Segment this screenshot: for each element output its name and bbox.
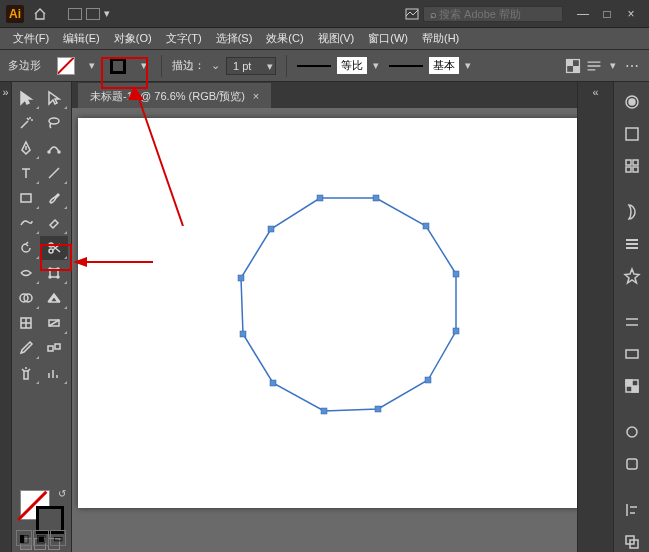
libraries-panel-icon[interactable] bbox=[616, 152, 648, 180]
transparency-panel-icon[interactable] bbox=[616, 372, 648, 400]
magic-wand-tool[interactable] bbox=[12, 111, 40, 135]
shape-name: 多边形 bbox=[8, 58, 47, 73]
help-search[interactable]: ⌕ bbox=[423, 6, 563, 22]
fill-dropdown[interactable]: ▾ bbox=[85, 59, 99, 72]
polygon-shape[interactable] bbox=[205, 198, 465, 460]
no-fill-icon bbox=[57, 57, 75, 75]
document-tab[interactable]: 未标题-1* @ 76.6% (RGB/预览) × bbox=[78, 83, 271, 108]
svg-rect-25 bbox=[24, 371, 28, 379]
home-icon[interactable] bbox=[30, 4, 50, 24]
document-tab-title: 未标题-1* @ 76.6% (RGB/预览) bbox=[90, 89, 245, 104]
window-minimize[interactable]: — bbox=[571, 4, 595, 24]
svg-rect-36 bbox=[240, 331, 246, 337]
menu-type[interactable]: 文字(T) bbox=[159, 31, 209, 46]
toolbox: ↺ ◧▣▭ bbox=[12, 82, 72, 552]
workspace-switcher[interactable]: ▾ bbox=[68, 7, 110, 20]
svg-point-17 bbox=[49, 276, 51, 278]
svg-rect-23 bbox=[48, 346, 53, 351]
stock-icon[interactable] bbox=[403, 5, 421, 23]
width-tool[interactable] bbox=[12, 261, 40, 285]
svg-rect-29 bbox=[423, 223, 429, 229]
paintbrush-tool[interactable] bbox=[40, 186, 68, 210]
shape-builder-tool[interactable] bbox=[12, 286, 40, 310]
gradient-tool[interactable] bbox=[40, 311, 68, 335]
opacity-icon[interactable] bbox=[564, 57, 582, 75]
window-close[interactable]: × bbox=[619, 4, 643, 24]
properties-panel-icon[interactable] bbox=[616, 88, 648, 116]
perspective-grid-tool[interactable] bbox=[40, 286, 68, 310]
gradient-panel-icon[interactable] bbox=[616, 340, 648, 368]
swap-fill-stroke-icon[interactable]: ↺ bbox=[58, 488, 66, 499]
svg-point-9 bbox=[48, 151, 50, 153]
transform-panel-icon[interactable] bbox=[616, 528, 648, 552]
svg-point-12 bbox=[49, 243, 53, 247]
help-search-input[interactable] bbox=[439, 8, 577, 20]
symbols-panel-icon[interactable] bbox=[616, 262, 648, 290]
swatches-panel-icon[interactable] bbox=[616, 198, 648, 226]
menu-help[interactable]: 帮助(H) bbox=[415, 31, 466, 46]
column-graph-tool[interactable] bbox=[40, 361, 68, 385]
menu-effect[interactable]: 效果(C) bbox=[259, 31, 310, 46]
dock-toggle-left[interactable]: » bbox=[0, 82, 11, 98]
menu-edit[interactable]: 编辑(E) bbox=[56, 31, 107, 46]
svg-point-13 bbox=[49, 249, 53, 253]
symbol-sprayer-tool[interactable] bbox=[12, 361, 40, 385]
layers-panel-icon[interactable] bbox=[616, 120, 648, 148]
direct-selection-tool[interactable] bbox=[40, 86, 68, 110]
menu-select[interactable]: 选择(S) bbox=[209, 31, 260, 46]
svg-rect-33 bbox=[375, 406, 381, 412]
close-tab-icon[interactable]: × bbox=[253, 90, 259, 102]
rectangle-tool[interactable] bbox=[12, 186, 40, 210]
line-segment-tool[interactable] bbox=[40, 161, 68, 185]
free-transform-tool[interactable] bbox=[40, 261, 68, 285]
menu-window[interactable]: 窗口(W) bbox=[361, 31, 415, 46]
width-profile[interactable]: 等比▾ bbox=[297, 57, 383, 74]
curvature-tool[interactable] bbox=[40, 136, 68, 160]
eyedropper-tool[interactable] bbox=[12, 336, 40, 360]
graphic-styles-panel-icon[interactable] bbox=[616, 450, 648, 478]
svg-rect-3 bbox=[573, 66, 579, 72]
artboard bbox=[78, 118, 577, 508]
canvas[interactable] bbox=[72, 108, 577, 552]
stroke-link-icon[interactable]: ⌄ bbox=[211, 59, 220, 72]
fill-stroke-indicator[interactable]: ↺ bbox=[20, 490, 64, 534]
align-icon[interactable] bbox=[585, 57, 603, 75]
search-icon: ⌕ bbox=[430, 8, 437, 20]
blend-tool[interactable] bbox=[40, 336, 68, 360]
svg-rect-31 bbox=[453, 328, 459, 334]
window-maximize[interactable]: □ bbox=[595, 4, 619, 24]
fill-swatch[interactable] bbox=[53, 54, 79, 78]
align-panel-icon[interactable] bbox=[616, 496, 648, 524]
brush-profile[interactable]: 基本▾ bbox=[389, 57, 475, 74]
lasso-tool[interactable] bbox=[40, 111, 68, 135]
control-bar: 多边形 ▾ ▾ 描边： ⌄ 1 pt▾ 等比▾ 基本▾ ▾ ⋯ bbox=[0, 50, 649, 82]
rotate-tool[interactable] bbox=[12, 236, 40, 260]
stroke-icon bbox=[110, 58, 126, 74]
right-dock-handle[interactable]: « bbox=[577, 82, 613, 552]
menu-view[interactable]: 视图(V) bbox=[311, 31, 362, 46]
main-menu: 文件(F) 编辑(E) 对象(O) 文字(T) 选择(S) 效果(C) 视图(V… bbox=[0, 28, 649, 50]
stroke-dropdown[interactable]: ▾ bbox=[137, 59, 151, 72]
appearance-panel-icon[interactable] bbox=[616, 418, 648, 446]
scissors-tool[interactable] bbox=[40, 236, 68, 260]
menu-object[interactable]: 对象(O) bbox=[107, 31, 159, 46]
svg-rect-32 bbox=[425, 377, 431, 383]
pen-tool[interactable] bbox=[12, 136, 40, 160]
menu-file[interactable]: 文件(F) bbox=[6, 31, 56, 46]
svg-point-10 bbox=[58, 151, 60, 153]
svg-rect-28 bbox=[373, 195, 379, 201]
align-dropdown[interactable]: ▾ bbox=[606, 59, 620, 72]
screen-mode-selector[interactable]: ◧▣▭ bbox=[16, 530, 66, 546]
more-options-icon[interactable]: ⋯ bbox=[623, 57, 641, 75]
shaper-tool[interactable] bbox=[12, 211, 40, 235]
stroke-weight-input[interactable]: 1 pt▾ bbox=[226, 57, 276, 75]
selection-tool[interactable] bbox=[12, 86, 40, 110]
svg-point-15 bbox=[49, 268, 51, 270]
stroke-swatch[interactable] bbox=[105, 54, 131, 78]
mesh-tool[interactable] bbox=[12, 311, 40, 335]
eraser-tool[interactable] bbox=[40, 211, 68, 235]
stroke-panel-icon[interactable] bbox=[616, 308, 648, 336]
brushes-panel-icon[interactable] bbox=[616, 230, 648, 258]
type-tool[interactable] bbox=[12, 161, 40, 185]
svg-rect-38 bbox=[268, 226, 274, 232]
